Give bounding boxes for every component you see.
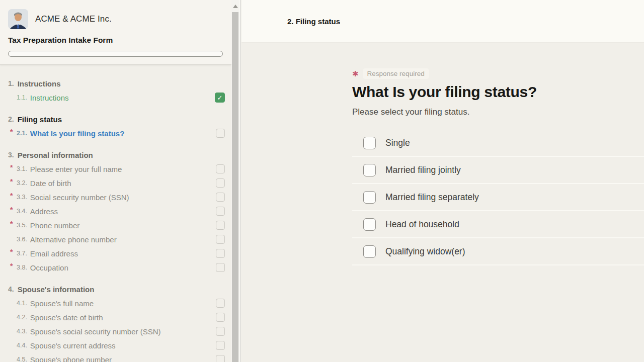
toc-item-ssn[interactable]: * 3.3. Social security number (SSN) (0, 190, 231, 204)
required-asterisk: * (10, 248, 13, 256)
item-number: 2.1. (17, 130, 27, 137)
section-number: 3. (8, 151, 14, 159)
toc-item-spouse-full-name[interactable]: 4.1. Spouse's full name (0, 296, 231, 310)
item-number: 3.1. (17, 165, 27, 172)
item-title: Spouse's full name (30, 299, 211, 308)
response-required-badge: Response required (363, 68, 429, 79)
option-checkbox[interactable] (363, 137, 376, 149)
toc-section-personal-information: 3. Personal information * 3.1. Please en… (0, 148, 231, 275)
section-breadcrumb: 2. Filing status (287, 17, 340, 26)
required-asterisk: * (10, 206, 13, 214)
item-number: 1.1. (17, 94, 27, 101)
company-name: ACME & ACME Inc. (35, 14, 112, 24)
toc-item-phone-number[interactable]: * 3.5. Phone number (0, 218, 231, 232)
item-status-checkbox (216, 313, 225, 322)
section-title: Filing status (18, 115, 62, 124)
section-title: Spouse's information (18, 285, 95, 294)
item-title: Occupation (30, 263, 211, 272)
item-number: 3.3. (17, 194, 27, 201)
toc-item-spouse-ssn[interactable]: 4.3. Spouse's social security number (SS… (0, 324, 231, 338)
app-window: ACME & ACME Inc. Tax Preparation Intake … (0, 0, 644, 362)
option-row-married-filing-jointly[interactable]: Married filing jointly (352, 157, 644, 184)
toc-item-alt-phone-number[interactable]: 3.6. Alternative phone number (0, 232, 231, 246)
form-title: Tax Preparation Intake Form (8, 36, 223, 45)
section-title: Instructions (18, 79, 61, 88)
option-checkbox[interactable] (363, 245, 376, 258)
item-title: Alternative phone number (30, 235, 211, 244)
response-required-row: ✱ Response required (352, 68, 644, 79)
table-of-contents: 1. Instructions 1.1. Instructions ✓ 2. F… (0, 65, 231, 362)
item-title: Spouse's social security number (SSN) (30, 327, 211, 336)
toc-item-spouse-date-of-birth[interactable]: 4.2. Spouse's date of birth (0, 310, 231, 324)
option-row-married-filing-separately[interactable]: Married filing separately (352, 184, 644, 211)
section-number: 1. (8, 79, 14, 87)
section-title: Personal information (18, 151, 93, 159)
item-number: 4.1. (17, 300, 27, 307)
question-area: ✱ Response required What Is your filing … (242, 43, 644, 265)
toc-section-header: 1. Instructions (0, 76, 231, 90)
toc-section-header: 3. Personal information (0, 148, 231, 162)
company-avatar (8, 9, 28, 29)
item-title: Address (30, 207, 211, 216)
option-row-head-of-household[interactable]: Head of household (352, 211, 644, 238)
required-asterisk-icon: ✱ (352, 70, 359, 77)
item-status-checkbox (216, 299, 225, 308)
item-number: 4.4. (17, 342, 27, 349)
item-title: Instructions (30, 94, 210, 102)
item-title: Please enter your full name (30, 165, 211, 173)
option-checkbox[interactable] (363, 164, 376, 176)
toc-item-date-of-birth[interactable]: * 3.2. Date of birth (0, 176, 231, 190)
toc-item-spouse-current-address[interactable]: 4.4. Spouse's current address (0, 338, 231, 352)
item-status-checkbox (216, 249, 225, 258)
item-status-checkbox (216, 221, 225, 230)
toc-item-full-name[interactable]: * 3.1. Please enter your full name (0, 162, 231, 176)
item-status-checkbox (216, 327, 225, 336)
item-number: 3.7. (17, 250, 27, 257)
item-number: 3.6. (17, 236, 27, 243)
item-status-checkbox (216, 341, 225, 350)
item-status-checkbox-checked: ✓ (215, 93, 225, 103)
toc-section-filing-status: 2. Filing status * 2.1. What Is your fil… (0, 112, 231, 140)
item-status-checkbox (216, 355, 225, 362)
toc-item-email-address[interactable]: * 3.7. Email address (0, 246, 231, 260)
scrollbar-thumb[interactable] (232, 12, 238, 362)
progress-bar (8, 51, 223, 57)
sidebar-scrollbar[interactable] (231, 0, 239, 362)
item-status-checkbox (216, 235, 225, 244)
option-row-qualifying-widower[interactable]: Qualifying widow(er) (352, 238, 644, 265)
toc-section-header: 2. Filing status (0, 112, 231, 126)
toc-item-address[interactable]: * 3.4. Address (0, 204, 231, 218)
item-number: 3.4. (17, 208, 27, 215)
required-asterisk: * (10, 262, 13, 270)
required-asterisk: * (10, 163, 13, 171)
toc-section-header: 4. Spouse's information (0, 282, 231, 296)
section-number: 2. (8, 115, 14, 123)
option-checkbox[interactable] (363, 218, 376, 231)
option-row-single[interactable]: Single (352, 130, 644, 157)
main-header: 2. Filing status (242, 0, 644, 43)
panel-divider (239, 0, 241, 362)
item-status-checkbox (216, 207, 225, 216)
item-title: Email address (30, 249, 211, 258)
main-panel: 2. Filing status ✱ Response required Wha… (242, 0, 644, 362)
scroll-up-button[interactable] (231, 0, 239, 12)
option-label: Qualifying widow(er) (385, 246, 465, 257)
item-number: 4.2. (17, 314, 27, 321)
toc-item-instructions[interactable]: 1.1. Instructions ✓ (0, 90, 231, 105)
item-title: What Is your filing status? (30, 129, 211, 138)
toc-item-filing-status-question[interactable]: * 2.1. What Is your filing status? (0, 126, 231, 140)
question-title: What Is your filing status? (352, 83, 644, 101)
toc-item-occupation[interactable]: * 3.8. Occupation (0, 260, 231, 275)
item-title: Date of birth (30, 179, 211, 188)
required-asterisk: * (10, 128, 13, 136)
option-checkbox[interactable] (363, 191, 376, 204)
option-label: Single (385, 138, 410, 148)
item-title: Spouse's date of birth (30, 313, 211, 322)
item-title: Social security number (SSN) (30, 193, 211, 202)
item-status-checkbox (216, 164, 225, 173)
toc-item-spouse-phone-number[interactable]: 4.5. Spouse's phone number (0, 352, 231, 362)
item-status-checkbox (216, 178, 225, 188)
portrait-photo-icon (8, 9, 28, 29)
toc-section-instructions: 1. Instructions 1.1. Instructions ✓ (0, 76, 231, 105)
item-number: 3.5. (17, 222, 27, 229)
